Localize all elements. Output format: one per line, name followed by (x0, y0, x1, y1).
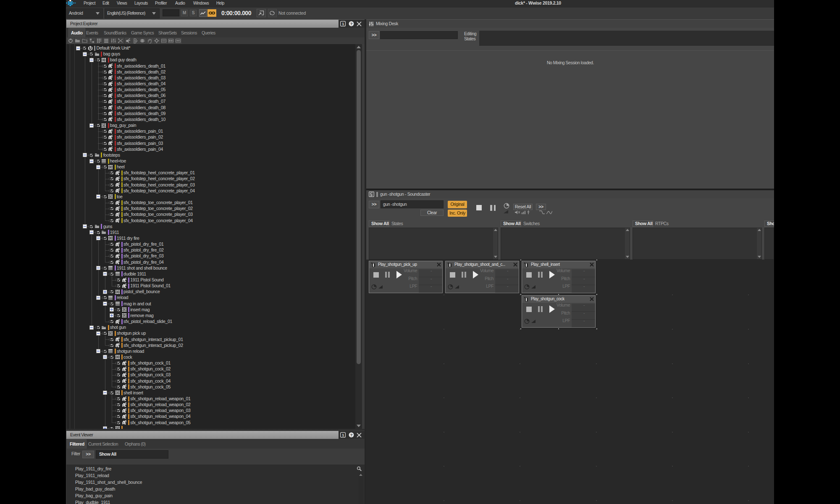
svg-text:1: 1 (342, 433, 344, 437)
svg-text:1: 1 (342, 22, 344, 26)
